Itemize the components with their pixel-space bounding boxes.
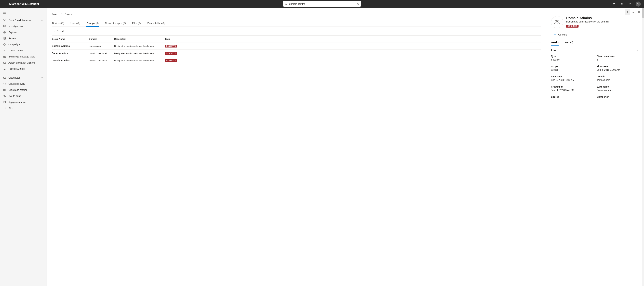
nav-label: Policies & rules bbox=[8, 67, 25, 70]
svg-rect-39 bbox=[5, 89, 6, 90]
nav-label: OAuth apps bbox=[8, 95, 21, 97]
go-hunt-button[interactable]: Go hunt bbox=[551, 32, 644, 37]
svg-point-9 bbox=[285, 3, 287, 5]
row-desc: Designated administrators of the domain bbox=[114, 59, 165, 62]
left-nav: Email & collaboration Investigations Exp… bbox=[0, 8, 47, 286]
svg-point-2 bbox=[5, 3, 5, 3]
svg-rect-23 bbox=[4, 25, 6, 27]
main-tabs: Devices (0) Users (0) Groups (3) Connect… bbox=[52, 20, 541, 27]
flow-button[interactable] bbox=[610, 0, 618, 8]
nav-label: Cloud apps bbox=[8, 76, 20, 79]
tab-users[interactable]: Users (0) bbox=[70, 20, 81, 27]
nav-cloud-catalog[interactable]: Cloud app catalog bbox=[0, 87, 46, 93]
kv-scope-value: Global bbox=[551, 68, 593, 71]
nav-exchange-trace[interactable]: Exchange message trace bbox=[0, 54, 46, 60]
tab-groups[interactable]: Groups (3) bbox=[86, 20, 99, 27]
nav-campaigns[interactable]: Campaigns bbox=[0, 41, 46, 48]
tab-vulnerabilities[interactable]: Vulnerabilities (3) bbox=[147, 20, 166, 27]
svg-point-8 bbox=[5, 5, 5, 5]
help-icon bbox=[629, 3, 632, 6]
svg-point-7 bbox=[4, 5, 4, 5]
table-row[interactable]: Super Admins domain1.test.local Designat… bbox=[52, 50, 541, 57]
nav-explorer[interactable]: Explorer bbox=[0, 29, 46, 35]
nav-label: App governance bbox=[8, 101, 26, 103]
panel-prev-button[interactable] bbox=[625, 9, 630, 15]
kv-type-label: Type bbox=[551, 55, 593, 58]
panel-close-button[interactable] bbox=[636, 9, 642, 15]
svg-point-49 bbox=[554, 34, 556, 35]
clear-search-icon[interactable] bbox=[356, 3, 359, 5]
nav-threat-tracker[interactable]: Threat tracker bbox=[0, 48, 46, 54]
svg-point-1 bbox=[4, 3, 4, 3]
col-name[interactable]: Group Name bbox=[52, 38, 89, 40]
kv-members-value: 5 bbox=[597, 58, 639, 61]
gear-icon bbox=[621, 3, 624, 6]
panel-tab-users[interactable]: Users (5) bbox=[564, 41, 573, 46]
export-button[interactable]: Export bbox=[52, 29, 65, 33]
nav-label: Email & collaboration bbox=[8, 19, 31, 22]
nav-label: Attack simulation training bbox=[8, 61, 35, 64]
kv-firstseen-label: First seen bbox=[597, 65, 639, 68]
nav-label: Exchange message trace bbox=[8, 55, 35, 58]
account-button[interactable]: TA bbox=[634, 0, 642, 8]
kv-created-value: Jan 11, 2018 9:45 PM bbox=[551, 89, 593, 91]
row-desc: Designated administrators of the domain bbox=[114, 52, 165, 55]
nav-investigations[interactable]: Investigations bbox=[0, 23, 46, 29]
waffle-icon bbox=[3, 3, 6, 6]
flow-icon bbox=[612, 3, 615, 6]
nav-attack-sim[interactable]: Attack simulation training bbox=[0, 60, 46, 66]
svg-point-13 bbox=[613, 3, 614, 4]
nav-collapse-button[interactable] bbox=[0, 10, 46, 17]
col-domain[interactable]: Domain bbox=[89, 38, 114, 40]
chevron-right-icon bbox=[61, 13, 63, 16]
tab-files[interactable]: Files (0) bbox=[132, 20, 141, 27]
main-content: Search Groups Devices (0) Users (0) Grou… bbox=[47, 8, 546, 286]
panel-tab-details[interactable]: Details bbox=[551, 41, 559, 46]
row-name: Super Admins bbox=[52, 52, 89, 55]
info-section-header[interactable]: Info bbox=[546, 46, 644, 54]
svg-point-5 bbox=[5, 4, 5, 4]
tracker-icon bbox=[3, 49, 6, 52]
product-title: Microsoft 365 Defender bbox=[9, 3, 39, 6]
nav-divider bbox=[3, 73, 44, 73]
toolbar: Export bbox=[52, 27, 541, 36]
nav-oauth-apps[interactable]: OAuth apps bbox=[0, 93, 46, 99]
table-row[interactable]: Domain Admins contoso.com Designated adm… bbox=[52, 42, 541, 50]
kv-lastseen-label: Last seen bbox=[551, 75, 593, 78]
table-row[interactable]: Domain Admins domain2.test.local Designa… bbox=[52, 57, 541, 64]
info-grid: TypeSecurity Direct members5 ScopeGlobal… bbox=[546, 54, 644, 99]
tab-connected-apps[interactable]: Connected apps (0) bbox=[105, 20, 126, 27]
panel-next-button[interactable] bbox=[630, 9, 636, 15]
nav-email-collaboration[interactable]: Email & collaboration bbox=[0, 17, 46, 23]
crumb-search[interactable]: Search bbox=[52, 13, 59, 16]
avatar-initials: TA bbox=[637, 3, 639, 5]
nav-cloud-apps[interactable]: Cloud apps bbox=[0, 75, 46, 81]
help-button[interactable] bbox=[626, 0, 634, 8]
global-search[interactable] bbox=[283, 1, 361, 7]
tab-devices[interactable]: Devices (0) bbox=[52, 20, 64, 27]
explorer-icon bbox=[3, 31, 6, 34]
sensitive-badge: SENSITIVE bbox=[165, 45, 177, 48]
investigation-icon bbox=[3, 25, 6, 28]
search-input[interactable] bbox=[289, 3, 355, 5]
kv-lastseen-value: Sep 3, 2023 10:16 AM bbox=[551, 79, 593, 81]
nav-label: Review bbox=[8, 37, 16, 40]
sensitive-badge: SENSITIVE bbox=[165, 59, 177, 62]
nav-files[interactable]: Files bbox=[0, 105, 46, 111]
svg-point-51 bbox=[555, 34, 556, 35]
col-description[interactable]: Description bbox=[114, 38, 165, 40]
svg-point-47 bbox=[555, 20, 557, 22]
col-tags[interactable]: Tags bbox=[165, 38, 185, 40]
top-bar: Microsoft 365 Defender TA bbox=[0, 0, 644, 8]
panel-scrollbar[interactable] bbox=[642, 8, 644, 286]
nav-cloud-discovery[interactable]: Cloud discovery bbox=[0, 81, 46, 87]
download-icon bbox=[53, 30, 56, 33]
app-launcher-button[interactable] bbox=[0, 0, 8, 8]
row-desc: Designated administrators of the domain bbox=[114, 45, 165, 47]
nav-policies-rules[interactable]: Policies & rules bbox=[0, 66, 46, 72]
svg-rect-38 bbox=[4, 89, 4, 90]
settings-button[interactable] bbox=[618, 0, 626, 8]
sensitive-badge: SENSITIVE bbox=[165, 52, 177, 55]
nav-app-governance[interactable]: App governance bbox=[0, 99, 46, 105]
nav-review[interactable]: Review bbox=[0, 35, 46, 41]
